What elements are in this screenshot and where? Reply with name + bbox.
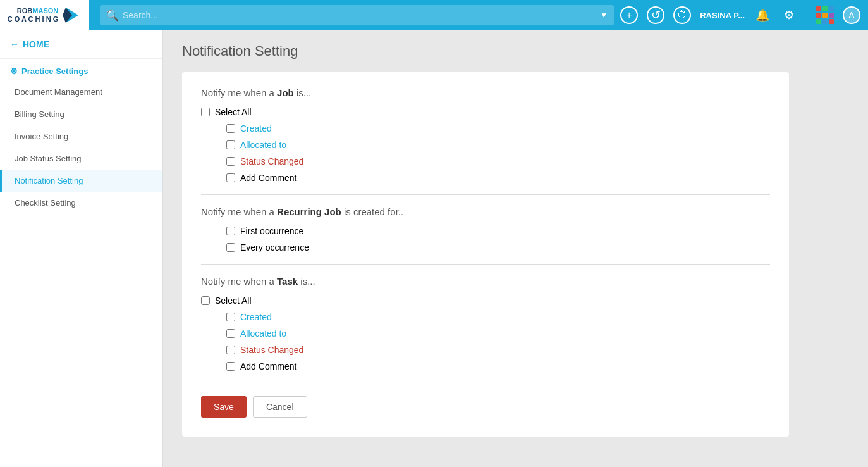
sidebar: ← HOME ⚙ Practice Settings Document Mana…: [0, 30, 163, 467]
apps-menu-icon[interactable]: A: [843, 6, 860, 24]
job-checkbox-group: Select All Created Allocated to Status C…: [207, 107, 770, 183]
grid-apps-icon[interactable]: [816, 6, 834, 24]
header-icons: + ↺ ⏱ RASINA P... 🔔 ⚙ A: [620, 6, 860, 25]
task-select-all[interactable]: Select All: [201, 296, 770, 306]
job-sub-checkboxes: Created Allocated to Status Changed Add …: [226, 123, 770, 183]
task-add-comment-item[interactable]: Add Comment: [226, 361, 770, 371]
job-allocated-checkbox[interactable]: [226, 140, 235, 149]
search-bar: 🔍 ▼: [100, 5, 614, 25]
task-created-item[interactable]: Created: [226, 312, 770, 322]
every-occurrence-item[interactable]: Every occurrence: [226, 242, 770, 252]
job-status-changed-item[interactable]: Status Changed: [226, 156, 770, 166]
task-status-changed-item[interactable]: Status Changed: [226, 345, 770, 355]
sidebar-item-job-status-setting[interactable]: Job Status Setting: [0, 147, 162, 170]
settings-icon[interactable]: ⚙: [780, 6, 798, 24]
search-input[interactable]: [123, 10, 596, 20]
content-card: Notify me when a Job is... Select All Cr…: [182, 72, 789, 437]
search-icon: 🔍: [106, 9, 119, 22]
notification-icon[interactable]: 🔔: [754, 6, 771, 24]
job-allocated-label: Allocated to: [240, 140, 286, 150]
layout: ← HOME ⚙ Practice Settings Document Mana…: [0, 30, 868, 467]
job-select-all[interactable]: Select All: [201, 107, 770, 117]
sidebar-home[interactable]: ← HOME: [0, 30, 162, 59]
home-arrow-icon: ←: [10, 39, 19, 49]
sidebar-item-checklist-setting[interactable]: Checklist Setting: [0, 192, 162, 214]
job-allocated-item[interactable]: Allocated to: [226, 140, 770, 150]
sidebar-item-billing-setting[interactable]: Billing Setting: [0, 103, 162, 125]
logo-icon: [61, 5, 81, 25]
job-section-title: Notify me when a Job is...: [201, 87, 770, 98]
practice-settings-label: Practice Settings: [21, 66, 89, 76]
gear-icon: ⚙: [10, 66, 18, 76]
divider-3: [201, 383, 770, 383]
job-select-all-checkbox[interactable]: [201, 108, 210, 116]
main-content: Notification Setting Notify me when a Jo…: [163, 30, 868, 467]
recurring-section-title: Notify me when a Recurring Job is create…: [201, 206, 770, 217]
job-select-all-label: Select All: [215, 107, 252, 117]
add-icon[interactable]: +: [620, 6, 638, 24]
task-select-all-checkbox[interactable]: [201, 296, 210, 305]
task-created-label: Created: [240, 312, 272, 322]
task-section-title: Notify me when a Task is...: [201, 276, 770, 287]
divider-2: [201, 264, 770, 265]
search-dropdown-arrow[interactable]: ▼: [600, 11, 608, 20]
undo-icon[interactable]: ↺: [647, 6, 664, 24]
task-select-all-label: Select All: [215, 296, 252, 306]
divider-1: [201, 194, 770, 195]
task-bold-label: Task: [277, 276, 298, 287]
svg-marker-1: [63, 8, 72, 23]
action-buttons: Save Cancel: [201, 396, 770, 418]
task-allocated-item[interactable]: Allocated to: [226, 328, 770, 339]
user-name: RASINA P...: [700, 11, 745, 20]
job-created-label: Created: [240, 123, 272, 134]
clock-icon[interactable]: ⏱: [673, 6, 691, 24]
sidebar-item-invoice-setting[interactable]: Invoice Setting: [0, 125, 162, 147]
job-bold-label: Job: [277, 87, 294, 98]
task-add-comment-checkbox[interactable]: [226, 362, 235, 371]
job-add-comment-item[interactable]: Add Comment: [226, 173, 770, 183]
recurring-checkbox-group: First occurrence Every occurrence: [226, 226, 770, 252]
job-add-comment-checkbox[interactable]: [226, 173, 235, 182]
logo-area: ROBMASONC O A C H I N G: [0, 0, 89, 30]
task-checkbox-group: Select All Created Allocated to Status C…: [207, 296, 770, 371]
task-sub-checkboxes: Created Allocated to Status Changed Add …: [226, 312, 770, 371]
first-occurrence-item[interactable]: First occurrence: [226, 226, 770, 236]
sidebar-item-notification-setting[interactable]: Notification Setting: [0, 170, 162, 192]
header: ROBMASONC O A C H I N G 🔍 ▼ + ↺ ⏱ RASINA…: [0, 0, 868, 30]
task-created-checkbox[interactable]: [226, 313, 235, 321]
task-status-changed-label: Status Changed: [240, 345, 303, 355]
task-allocated-label: Allocated to: [240, 328, 286, 339]
job-status-changed-checkbox[interactable]: [226, 157, 235, 166]
task-add-comment-label: Add Comment: [240, 361, 296, 371]
every-occurrence-label: Every occurrence: [240, 242, 309, 252]
first-occurrence-checkbox[interactable]: [226, 227, 235, 235]
sidebar-item-document-management[interactable]: Document Management: [0, 81, 162, 103]
task-status-changed-checkbox[interactable]: [226, 346, 235, 354]
page-title: Notification Setting: [182, 43, 849, 59]
job-add-comment-label: Add Comment: [240, 173, 296, 183]
first-occurrence-label: First occurrence: [240, 226, 303, 236]
every-occurrence-checkbox[interactable]: [226, 243, 235, 252]
save-button[interactable]: Save: [201, 396, 247, 418]
job-status-changed-label: Status Changed: [240, 156, 303, 166]
recurring-bold-label: Recurring Job: [277, 206, 341, 217]
job-created-item[interactable]: Created: [226, 123, 770, 134]
task-allocated-checkbox[interactable]: [226, 329, 235, 338]
sidebar-section-practice-settings: ⚙ Practice Settings: [0, 59, 162, 81]
cancel-button[interactable]: Cancel: [253, 396, 307, 418]
logo-text: ROBMASONC O A C H I N G: [8, 7, 58, 23]
home-label: HOME: [23, 39, 49, 49]
vertical-divider: [807, 6, 807, 25]
job-created-checkbox[interactable]: [226, 124, 235, 133]
